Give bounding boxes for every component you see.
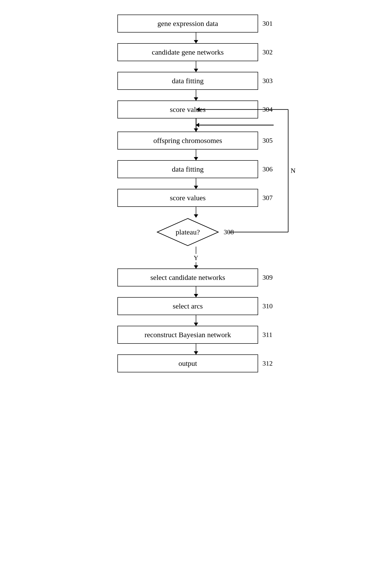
feedback-horizontal-top — [196, 125, 274, 126]
arrow-310-311 — [196, 315, 196, 326]
box-312-label: output — [178, 359, 197, 368]
arrow-306-307 — [196, 178, 196, 189]
step-row-304: score values 304 — [87, 100, 305, 118]
box-305-label: offspring chromosomes — [153, 137, 222, 145]
step-number-309: 309 — [262, 274, 275, 281]
arrow-309-310 — [196, 287, 196, 297]
diamond-308-label: plateau? — [176, 228, 200, 236]
step-row-312: output 312 — [87, 354, 305, 372]
box-311-label: reconstruct Bayesian network — [145, 331, 231, 339]
step-number-304: 304 — [262, 106, 275, 113]
step-number-302: 302 — [262, 48, 275, 56]
step-row-301: gene expression data 301 — [87, 15, 305, 33]
y-label: Y — [194, 254, 198, 262]
box-302-label: candidate gene networks — [152, 48, 224, 56]
box-311: reconstruct Bayesian network — [117, 326, 258, 344]
step-number-310: 310 — [262, 302, 275, 310]
box-303-label: data fitting — [172, 77, 204, 85]
step-row-308: plateau? 308 — [87, 218, 305, 247]
box-304-label: score values — [170, 105, 206, 114]
box-312: output — [117, 354, 258, 372]
step-number-306: 306 — [262, 165, 275, 173]
box-305: offspring chromosomes — [117, 132, 258, 149]
step-row-305: offspring chromosomes 305 — [87, 132, 305, 149]
step-row-302: candidate gene networks 302 — [87, 43, 305, 61]
box-304: score values — [117, 100, 258, 118]
arrow-305-306 — [196, 149, 196, 160]
box-309-label: select candidate networks — [150, 273, 225, 282]
arrow-y-309 — [196, 262, 196, 269]
step-number-308: 308 — [224, 228, 236, 236]
feedback-region — [87, 207, 305, 218]
step-row-307: score values 307 — [87, 189, 305, 207]
step-number-303: 303 — [262, 77, 275, 85]
step-number-305: 305 — [262, 137, 275, 144]
step-row-306: data fitting 306 — [87, 160, 305, 178]
step-row-310: select arcs 310 — [87, 297, 305, 315]
flowchart: gene expression data 301 candidate gene … — [87, 15, 305, 372]
box-301: gene expression data — [117, 15, 258, 33]
box-303: data fitting — [117, 72, 258, 90]
step-row-303: data fitting 303 — [87, 72, 305, 90]
step-number-311: 311 — [262, 331, 275, 339]
step-number-312: 312 — [262, 360, 275, 367]
arrow-308-y-line — [196, 247, 196, 254]
box-307-label: score values — [170, 194, 206, 202]
box-309: select candidate networks — [117, 269, 258, 287]
step-number-307: 307 — [262, 194, 275, 202]
box-307: score values — [117, 189, 258, 207]
box-302: candidate gene networks — [117, 43, 258, 61]
step-number-301: 301 — [262, 20, 275, 27]
y-path: Y — [87, 247, 305, 269]
arrow-301-302 — [196, 33, 196, 43]
arrow-304-arrowhead — [194, 128, 198, 132]
feedback-arrowhead-left — [196, 123, 199, 127]
arrow-303-304 — [196, 90, 196, 100]
box-310-label: select arcs — [173, 302, 203, 310]
box-306: data fitting — [117, 160, 258, 178]
step-row-309: select candidate networks 309 — [87, 269, 305, 287]
arrow-302-303 — [196, 61, 196, 72]
step-row-311: reconstruct Bayesian network 311 — [87, 326, 305, 344]
box-306-label: data fitting — [172, 165, 204, 173]
box-301-label: gene expression data — [157, 19, 218, 28]
box-310: select arcs — [117, 297, 258, 315]
arrow-311-312 — [196, 344, 196, 354]
diamond-308: plateau? — [156, 218, 219, 247]
